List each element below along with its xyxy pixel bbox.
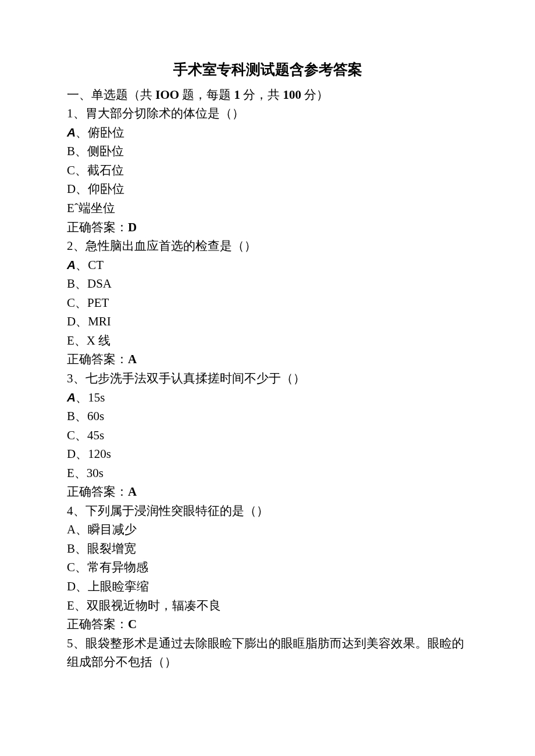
question-option: B、DSA	[67, 274, 468, 293]
answer-value: A	[128, 485, 137, 499]
question-option: D、120s	[67, 445, 468, 464]
answer-value: C	[128, 617, 137, 631]
section-header: 一、单选题（共 IOO 题，每题 1 分，共 100 分）	[67, 85, 468, 105]
option-latin: 45s	[87, 428, 104, 442]
question-option: C、45s	[67, 426, 468, 445]
option-letter: A	[67, 258, 76, 271]
option-latin: CT	[88, 258, 104, 272]
question-option: C、截石位	[67, 161, 468, 180]
option-latin: MRI	[88, 314, 111, 328]
option-text: C、	[67, 296, 87, 310]
answer-line: 正确答案：A	[67, 482, 468, 501]
section-suffix: 分）	[301, 88, 329, 102]
question-option: A、俯卧位	[67, 123, 468, 142]
question-option: C、PET	[67, 293, 468, 313]
question-option: A、瞬目减少	[67, 520, 468, 539]
option-latin: DSA	[87, 277, 112, 291]
option-latin: 15s	[88, 390, 105, 404]
option-text: 、	[76, 390, 88, 404]
option-latin: PET	[87, 296, 109, 310]
question-option: C、常有异物感	[67, 558, 468, 577]
option-text: B、	[67, 277, 87, 291]
option-text: D、	[67, 447, 88, 461]
section-count: IOO	[155, 88, 179, 102]
section-mid1: 题，每题	[179, 88, 234, 102]
question-stem: 4、下列属于浸润性突眼特征的是（）	[67, 501, 468, 521]
question-stem: 5、眼袋整形术是通过去除眼睑下膨出的眼眶脂肪而达到美容效果。眼睑的组成部分不包括…	[67, 634, 468, 672]
question-stem: 2、急性脑出血应首选的检查是（）	[67, 237, 468, 256]
answer-label: 正确答案：	[67, 485, 128, 499]
question-option: A、15s	[67, 388, 468, 407]
question-option: A、CT	[67, 256, 468, 275]
question-option: D、仰卧位	[67, 180, 468, 199]
document-page: 手术室专科测试题含参考答案 一、单选题（共 IOO 题，每题 1 分，共 100…	[0, 0, 535, 707]
option-text: 、	[76, 258, 88, 272]
option-text: B、侧卧位	[67, 144, 124, 158]
option-letter: A	[67, 126, 76, 139]
option-text: D、仰卧位	[67, 182, 124, 196]
answer-line: 正确答案：A	[67, 350, 468, 369]
answer-value: A	[128, 352, 137, 366]
option-latin: 60s	[87, 409, 104, 423]
option-text: E、双眼视近物时，辐凑不良	[67, 599, 221, 612]
option-text: C、	[67, 428, 87, 442]
section-mid2: 分，共	[240, 88, 283, 102]
question-option: B、侧卧位	[67, 142, 468, 161]
answer-line: 正确答案：C	[67, 615, 468, 634]
option-text: D、	[67, 314, 88, 328]
questions-container: 1、胃大部分切除术的体位是（）A、俯卧位B、侧卧位C、截石位D、仰卧位Eˆ端坐位…	[67, 104, 468, 671]
option-latin: 120s	[88, 447, 111, 461]
option-text: A、瞬目减少	[67, 522, 137, 536]
option-text: C、截石位	[67, 163, 124, 177]
question-option: E、双眼视近物时，辐凑不良	[67, 596, 468, 615]
option-text: E、X 线	[67, 334, 110, 347]
section-prefix: 一、单选题（共	[67, 88, 155, 102]
option-text: 、俯卧位	[76, 126, 124, 139]
option-text: D、上眼睑挛缩	[67, 579, 149, 593]
option-text: E、	[67, 466, 87, 480]
section-total: 100	[283, 88, 302, 102]
question-stem: 1、胃大部分切除术的体位是（）	[67, 104, 468, 123]
option-letter: A	[67, 390, 76, 404]
question-option: B、60s	[67, 407, 468, 426]
option-text: C、常有异物感	[67, 560, 148, 574]
option-latin: 30s	[87, 466, 104, 480]
option-text: Eˆ端坐位	[67, 201, 115, 215]
answer-label: 正确答案：	[67, 220, 128, 234]
answer-value: D	[128, 220, 137, 234]
answer-label: 正确答案：	[67, 617, 128, 631]
question-option: B、眼裂增宽	[67, 539, 468, 558]
section-perscore: 1	[234, 88, 241, 102]
question-option: D、MRI	[67, 312, 468, 331]
question-option: D、上眼睑挛缩	[67, 577, 468, 596]
question-option: Eˆ端坐位	[67, 199, 468, 218]
page-title: 手术室专科测试题含参考答案	[67, 58, 468, 81]
question-option: E、30s	[67, 464, 468, 483]
option-text: B、	[67, 409, 87, 423]
question-option: E、X 线	[67, 331, 468, 350]
answer-label: 正确答案：	[67, 352, 128, 366]
answer-line: 正确答案：D	[67, 218, 468, 237]
option-text: B、眼裂增宽	[67, 542, 136, 556]
question-stem: 3、七步洗手法双手认真揉搓时间不少于（）	[67, 369, 468, 388]
